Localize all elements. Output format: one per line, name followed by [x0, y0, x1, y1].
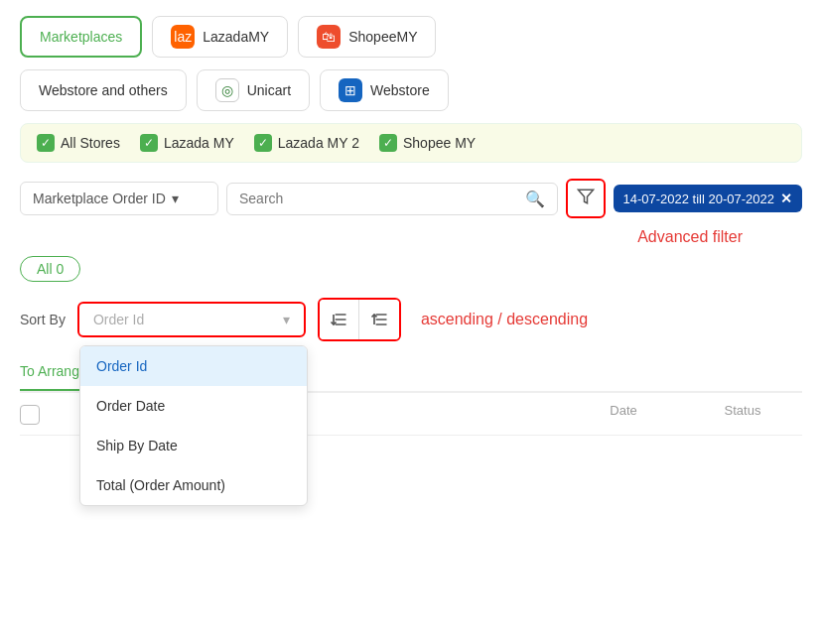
tab-lazadamy-label: LazadaMY — [203, 29, 269, 45]
header-checkbox[interactable] — [20, 405, 40, 425]
page-wrapper: Marketplaces laz LazadaMY 🛍 ShopeeMY Web… — [0, 0, 822, 451]
tab-webstore-others[interactable]: Webstore and others — [20, 69, 187, 111]
tab-unicart-label: Unicart — [247, 82, 291, 98]
stores-row: ✓ All Stores ✓ Lazada MY ✓ Lazada MY 2 ✓… — [20, 123, 802, 163]
tab-unicart[interactable]: ◎ Unicart — [197, 69, 310, 111]
all-badge[interactable]: All 0 — [20, 256, 80, 282]
tab-shoeemy-label: ShopeeMY — [348, 29, 417, 45]
chevron-down-icon: ▾ — [172, 191, 179, 206]
tab-marketplaces-label: Marketplaces — [40, 29, 122, 45]
sort-row: Sort By Order Id ▾ — [20, 298, 802, 341]
store-all-label: All Stores — [61, 135, 120, 151]
order-id-select-label: Marketplace Order ID — [33, 191, 166, 206]
sort-current-value: Order Id — [93, 312, 144, 327]
tab-shoeemy[interactable]: 🛍 ShopeeMY — [298, 16, 436, 58]
dropdown-item-order-id[interactable]: Order Id — [80, 346, 307, 386]
col-check-header — [20, 403, 60, 425]
dropdown-item-total-order-amount[interactable]: Total (Order Amount) — [80, 465, 307, 505]
shopee-icon: 🛍 — [317, 25, 341, 49]
lazada-icon: laz — [171, 25, 195, 49]
sort-by-label: Sort By — [20, 312, 66, 327]
date-badge-text: 14-07-2022 till 20-07-2022 — [623, 192, 775, 206]
dropdown-item-order-date[interactable]: Order Date — [80, 386, 307, 426]
tab-marketplaces[interactable]: Marketplaces — [20, 16, 142, 58]
search-input[interactable] — [239, 191, 517, 206]
dropdown-item-ship-by-date[interactable]: Ship By Date — [80, 426, 307, 465]
marketplace-tab-row-1: Marketplaces laz LazadaMY 🛍 ShopeeMY — [20, 16, 802, 58]
tab-to-arrange[interactable]: To Arrange — [20, 353, 87, 391]
store-lazadamy-checkbox[interactable]: ✓ — [140, 134, 158, 152]
store-shoeemy[interactable]: ✓ Shopee MY — [379, 134, 476, 152]
adv-filter-row: Advanced filter — [20, 228, 802, 246]
svg-marker-0 — [578, 190, 593, 203]
sort-chevron-icon: ▾ — [283, 312, 290, 327]
tab-webstore-others-label: Webstore and others — [39, 82, 168, 98]
search-input-wrap: 🔍 — [226, 183, 558, 215]
all-badge-text: All 0 — [37, 261, 64, 277]
marketplace-tab-row-2: Webstore and others ◎ Unicart ⊞ Webstore — [20, 69, 802, 111]
search-icon: 🔍 — [525, 190, 545, 208]
advanced-filter-label: Advanced filter — [637, 228, 743, 246]
store-lazadamy2-checkbox[interactable]: ✓ — [254, 134, 272, 152]
sort-ascending-button[interactable] — [320, 300, 359, 339]
unicart-icon: ◎ — [215, 78, 239, 102]
sort-dropdown: Order Id Order Date Ship By Date Total (… — [79, 345, 308, 506]
tab-lazadamy[interactable]: laz LazadaMY — [152, 16, 288, 58]
date-badge-close[interactable]: ✕ — [780, 191, 792, 206]
store-lazadamy[interactable]: ✓ Lazada MY — [140, 134, 234, 152]
store-lazadamy-label: Lazada MY — [164, 135, 234, 151]
store-lazadamy2-label: Lazada MY 2 — [278, 135, 359, 151]
col-date-header: Date — [564, 403, 683, 425]
tab-webstore-label: Webstore — [370, 82, 430, 98]
search-row: Marketplace Order ID ▾ 🔍 14-07-2022 till… — [20, 179, 802, 218]
tab-to-arrange-label: To Arrange — [20, 363, 87, 379]
store-all-checkbox[interactable]: ✓ — [37, 134, 55, 152]
webstore-icon: ⊞ — [339, 78, 362, 102]
sort-select[interactable]: Order Id ▾ — [77, 302, 306, 337]
order-id-select[interactable]: Marketplace Order ID ▾ — [20, 182, 218, 215]
col-status-header: Status — [683, 403, 802, 425]
sort-descending-button[interactable] — [359, 300, 399, 339]
store-all[interactable]: ✓ All Stores — [37, 134, 120, 152]
store-lazadamy2[interactable]: ✓ Lazada MY 2 — [254, 134, 359, 152]
tab-webstore[interactable]: ⊞ Webstore — [320, 69, 449, 111]
date-badge: 14-07-2022 till 20-07-2022 ✕ — [614, 185, 803, 212]
store-shoeemy-checkbox[interactable]: ✓ — [379, 134, 397, 152]
filter-button[interactable] — [566, 179, 606, 218]
asc-desc-label: ascending / descending — [421, 311, 588, 328]
store-shoeemy-label: Shopee MY — [403, 135, 476, 151]
filter-icon — [577, 188, 595, 210]
sort-direction-buttons — [318, 298, 401, 341]
